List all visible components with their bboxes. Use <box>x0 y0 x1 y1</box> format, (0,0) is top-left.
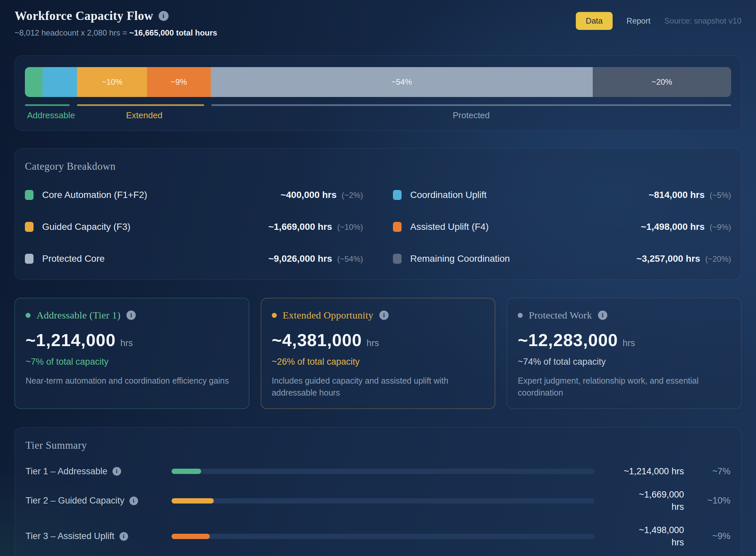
tier-hours-value: ~1,214,000 <box>624 466 669 476</box>
flow-group-extended: Extended <box>77 104 211 120</box>
card-description: Expert judgment, relationship work, and … <box>518 375 730 398</box>
subtitle-total-hours: ~16,665,000 total hours <box>129 28 217 37</box>
card-header: Extended Opportunity i <box>272 310 485 321</box>
tier-label: Tier 2 – Guided Capacity i <box>26 495 162 506</box>
card-title: Extended Opportunity <box>283 310 373 321</box>
category-breakdown-heading: Category Breakdown <box>25 161 731 172</box>
protected-work-card: Protected Work i ~12,283,000 hrs ~74% of… <box>507 298 742 409</box>
flow-group-legend: Addressable Extended Protected <box>25 104 731 120</box>
color-swatch <box>25 254 34 264</box>
capacity-flow-bar: ~10% ~9% ~54% ~20% <box>25 67 731 97</box>
info-icon[interactable]: i <box>379 311 389 320</box>
card-unit: hrs <box>120 338 133 348</box>
card-pct: ~7% of total capacity <box>26 357 238 367</box>
color-swatch <box>25 222 34 232</box>
tier-label-text: Tier 2 – Guided Capacity <box>26 495 124 506</box>
breakdown-item-pct: (~10%) <box>337 222 363 232</box>
group-label: Protected <box>212 110 731 120</box>
breakdown-item-label: Guided Capacity (F3) <box>42 221 130 232</box>
info-icon[interactable]: i <box>159 11 168 21</box>
tier-bar-fill <box>172 468 201 474</box>
color-swatch <box>393 222 402 232</box>
tier-hours: ~1,214,000hrs <box>604 465 684 477</box>
color-swatch <box>25 190 34 200</box>
card-value: ~1,214,000 <box>26 330 116 350</box>
tier-label-text: Tier 1 – Addressable <box>26 466 108 477</box>
breakdown-item-hours: ~400,000 hrs <box>280 189 337 200</box>
info-icon[interactable]: i <box>126 311 136 320</box>
status-dot <box>26 313 31 318</box>
card-description: Includes guided capacity and assisted up… <box>272 375 485 398</box>
flow-segment-core-automation[interactable] <box>25 67 42 97</box>
tier-pct: ~10% <box>694 495 730 506</box>
breakdown-item-pct: (~54%) <box>337 254 363 264</box>
breakdown-item-label: Protected Core <box>42 253 105 264</box>
breakdown-item-assisted-uplift: Assisted Uplift (F4) ~1,498,000 hrs(~9%) <box>393 221 731 232</box>
card-header: Protected Work i <box>518 310 730 321</box>
tier-bar-fill <box>172 498 214 503</box>
flow-segment-label: ~20% <box>651 77 672 87</box>
card-value-row: ~1,214,000 hrs <box>26 330 238 350</box>
tier-label-text: Tier 3 – Assisted Uplift <box>26 531 114 542</box>
tier-label: Tier 3 – Assisted Uplift i <box>26 531 162 542</box>
tier-pct: ~9% <box>694 531 730 542</box>
tier-hours-value: ~1,498,000 <box>639 525 684 535</box>
page-title: Workforce Capacity Flow i <box>14 9 217 23</box>
breakdown-item-guided-capacity: Guided Capacity (F3) ~1,669,000 hrs(~10%… <box>25 221 363 232</box>
source-label: Source: snapshot v10 <box>665 16 742 26</box>
flow-segment-protected-core[interactable]: ~54% <box>211 67 593 97</box>
card-title: Protected Work <box>529 310 592 321</box>
flow-segment-remaining-coordination[interactable]: ~20% <box>593 67 731 97</box>
tier-row-3: Tier 3 – Assisted Uplift i ~1,498,000hrs… <box>26 524 730 548</box>
card-value-row: ~12,283,000 hrs <box>518 330 730 350</box>
breakdown-item-hours: ~1,669,000 hrs <box>268 221 332 232</box>
summary-cards: Addressable (Tier 1) i ~1,214,000 hrs ~7… <box>14 298 742 409</box>
card-header: Addressable (Tier 1) i <box>26 310 238 321</box>
card-title: Addressable (Tier 1) <box>37 310 120 321</box>
card-description: Near-term automation and coordination ef… <box>26 375 238 387</box>
tier-row-1: Tier 1 – Addressable i ~1,214,000hrs ~7% <box>26 465 730 477</box>
breakdown-item-hours: ~9,026,000 hrs <box>268 253 332 264</box>
group-label: Extended <box>77 110 211 120</box>
card-value-row: ~4,381,000 hrs <box>272 330 485 350</box>
category-breakdown-panel: Category Breakdown Core Automation (F1+F… <box>14 148 742 280</box>
breakdown-item-hours: ~1,498,000 hrs <box>641 221 705 232</box>
card-unit: hrs <box>622 338 635 348</box>
group-underline <box>77 104 204 106</box>
breakdown-item-hours: ~814,000 hrs <box>648 189 705 200</box>
info-icon[interactable]: i <box>113 467 121 476</box>
subtitle-formula: ~8,012 headcount x 2,080 hrs = <box>14 28 129 37</box>
tier-hours-value: ~1,669,000 <box>639 490 684 499</box>
tab-report[interactable]: Report <box>625 16 652 26</box>
card-pct: ~74% of total capacity <box>518 357 730 367</box>
card-unit: hrs <box>366 338 379 348</box>
tier-row-2: Tier 2 – Guided Capacity i ~1,669,000hrs… <box>26 489 730 513</box>
flow-segment-guided-capacity[interactable]: ~10% <box>77 67 147 97</box>
tier-hours-unit: hrs <box>604 501 684 513</box>
info-icon[interactable]: i <box>129 496 138 505</box>
tier-hours: ~1,669,000hrs <box>604 489 684 513</box>
category-breakdown-grid: Core Automation (F1+F2) ~400,000 hrs(~2%… <box>25 189 731 264</box>
info-icon[interactable]: i <box>119 532 128 541</box>
flow-segment-coordination-uplift[interactable] <box>42 67 77 97</box>
tier-bar-track <box>172 498 594 503</box>
card-pct: ~26% of total capacity <box>272 357 485 367</box>
header-right: Data Report Source: snapshot v10 <box>576 9 742 30</box>
breakdown-item-remaining-coordination: Remaining Coordination ~3,257,000 hrs(~2… <box>393 253 731 264</box>
tier-hours-unit: hrs <box>671 466 684 476</box>
color-swatch <box>393 190 402 200</box>
card-value: ~4,381,000 <box>272 330 362 350</box>
tier-bar-track <box>172 468 594 474</box>
flow-segment-assisted-uplift[interactable]: ~9% <box>147 67 211 97</box>
flow-segment-label: ~9% <box>171 77 187 87</box>
header-left: Workforce Capacity Flow i ~8,012 headcou… <box>14 9 217 38</box>
tab-data[interactable]: Data <box>576 12 613 30</box>
tier-bar-fill <box>172 534 210 539</box>
group-label: Addressable <box>25 110 77 120</box>
flow-group-addressable: Addressable <box>25 104 77 120</box>
breakdown-item-hours: ~3,257,000 hrs <box>637 253 700 264</box>
group-underline <box>25 104 70 106</box>
info-icon[interactable]: i <box>598 311 607 320</box>
status-dot <box>518 313 523 318</box>
breakdown-item-protected-core: Protected Core ~9,026,000 hrs(~54%) <box>25 253 363 264</box>
